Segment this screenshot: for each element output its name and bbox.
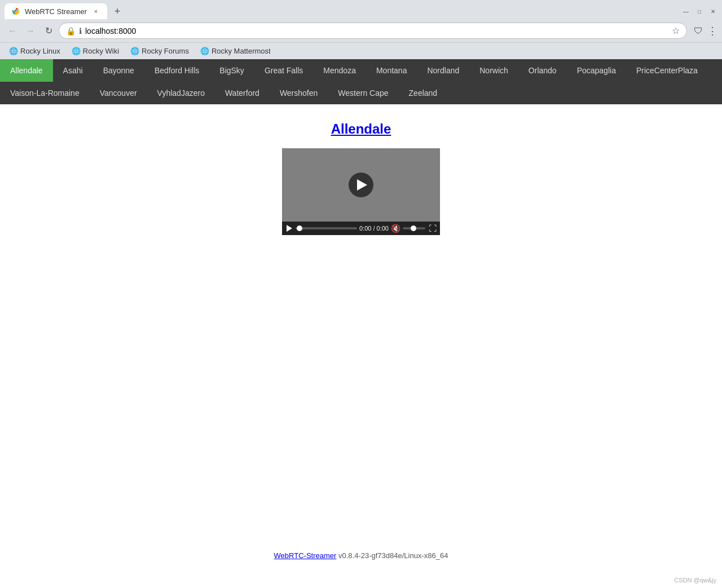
play-icon xyxy=(287,225,292,232)
video-container: 0:00 / 0:00 🔇 ⛶ xyxy=(282,148,440,235)
bookmark-label: Rocky Forums xyxy=(142,47,189,55)
bookmark-rocky-wiki[interactable]: 🌐 Rocky Wiki xyxy=(67,45,124,57)
nav-item-vancouver[interactable]: Vancouver xyxy=(90,82,147,104)
maximize-button[interactable]: □ xyxy=(695,7,704,16)
nav-item-mendoza[interactable]: Mendoza xyxy=(313,59,366,82)
globe-icon: 🌐 xyxy=(200,47,209,55)
progress-dot xyxy=(297,226,302,231)
nav-item-great-falls[interactable]: Great Falls xyxy=(254,59,313,82)
video-display xyxy=(282,148,440,222)
security-icon: 🔒 xyxy=(66,26,76,36)
nav-item-waterford[interactable]: Waterford xyxy=(215,82,270,104)
window-controls: — □ ✕ xyxy=(681,7,717,16)
nav-item-orlando[interactable]: Orlando xyxy=(518,59,567,82)
nav-item-vyhladjazero[interactable]: VyhladJazero xyxy=(147,82,215,104)
nav-item-pricecentreplaza[interactable]: PriceCenterPlaza xyxy=(626,59,708,82)
back-button[interactable]: ← xyxy=(5,23,20,39)
nav-item-bayonne[interactable]: Bayonne xyxy=(93,59,144,82)
play-triangle-icon xyxy=(357,179,367,191)
bookmark-rocky-mattermost[interactable]: 🌐 Rocky Mattermost xyxy=(196,45,275,57)
globe-icon: 🌐 xyxy=(72,47,81,55)
bookmark-label: Rocky Linux xyxy=(20,47,60,55)
nav-item-wershofen[interactable]: Wershofen xyxy=(270,82,328,104)
minimize-button[interactable]: — xyxy=(681,7,690,16)
nav-item-zeeland[interactable]: Zeeland xyxy=(399,82,448,104)
main-content: Allendale 0:00 / 0:00 🔇 ⛶ xyxy=(0,104,722,443)
url-input[interactable] xyxy=(85,26,668,36)
forward-button[interactable]: → xyxy=(23,23,38,39)
address-bar: 🔒 ℹ ☆ xyxy=(59,23,687,39)
tab-title: WebRTC Streamer xyxy=(25,7,87,16)
bookmark-rocky-linux[interactable]: 🌐 Rocky Linux xyxy=(5,45,65,57)
menu-button[interactable]: ⋮ xyxy=(707,25,717,37)
globe-icon: 🌐 xyxy=(9,47,18,55)
bookmark-rocky-forums[interactable]: 🌐 Rocky Forums xyxy=(126,45,193,57)
globe-icon: 🌐 xyxy=(130,47,139,55)
video-mute-button[interactable]: 🔇 xyxy=(391,224,400,233)
bookmark-label: Rocky Wiki xyxy=(83,47,119,55)
app-navigation: Allendale Asahi Bayonne Bedford Hills Bi… xyxy=(0,59,722,104)
navigation-bar: ← → ↻ 🔒 ℹ ☆ 🛡 ⋮ xyxy=(0,19,722,42)
browser-chrome: WebRTC Streamer × + — □ ✕ ← → ↻ 🔒 ℹ ☆ 🛡 … xyxy=(0,0,722,59)
video-controls-bar: 0:00 / 0:00 🔇 ⛶ xyxy=(282,222,440,235)
nav-item-bigsky[interactable]: BigSky xyxy=(209,59,254,82)
nav-item-pocapaglia[interactable]: Pocapaglia xyxy=(567,59,626,82)
info-icon: ℹ xyxy=(79,26,82,36)
nav-item-nordland[interactable]: Nordland xyxy=(417,59,469,82)
close-window-button[interactable]: ✕ xyxy=(708,7,717,16)
video-play-button[interactable] xyxy=(349,173,373,197)
nav-item-norwich[interactable]: Norwich xyxy=(469,59,518,82)
active-tab[interactable]: WebRTC Streamer × xyxy=(5,3,107,19)
new-tab-button[interactable]: + xyxy=(109,3,125,19)
video-time-display: 0:00 / 0:00 xyxy=(359,225,389,232)
nav-item-vaison-la-romaine[interactable]: Vaison-La-Romaine xyxy=(0,82,90,104)
nav-item-allendale[interactable]: Allendale xyxy=(0,59,53,82)
page-title[interactable]: Allendale xyxy=(11,121,711,137)
bookmark-label: Rocky Mattermost xyxy=(212,47,271,55)
bookmarks-bar: 🌐 Rocky Linux 🌐 Rocky Wiki 🌐 Rocky Forum… xyxy=(0,42,722,59)
nav-item-asahi[interactable]: Asahi xyxy=(53,59,93,82)
tab-close-button[interactable]: × xyxy=(91,7,100,16)
shield-icon[interactable]: 🛡 xyxy=(694,26,703,36)
video-fullscreen-button[interactable]: ⛶ xyxy=(429,224,437,233)
bookmark-star-icon[interactable]: ☆ xyxy=(672,25,680,36)
nav-item-western-cape[interactable]: Western Cape xyxy=(328,82,398,104)
nav-item-bedford-hills[interactable]: Bedford Hills xyxy=(144,59,209,82)
tab-favicon xyxy=(11,7,20,16)
video-progress-track[interactable] xyxy=(296,227,357,229)
tab-bar: WebRTC Streamer × + xyxy=(5,3,681,19)
nav-item-montana[interactable]: Montana xyxy=(366,59,417,82)
video-volume-track[interactable] xyxy=(403,227,425,229)
video-play-pause-button[interactable] xyxy=(285,224,293,232)
reload-button[interactable]: ↻ xyxy=(41,23,56,39)
title-bar: WebRTC Streamer × + — □ ✕ xyxy=(0,0,722,19)
volume-dot xyxy=(411,226,416,231)
